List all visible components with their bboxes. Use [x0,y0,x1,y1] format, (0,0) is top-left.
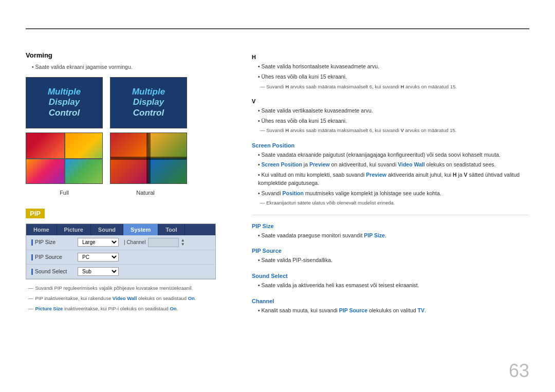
screen-position-title: Screen Position [252,142,529,148]
channel-label: | Channel [124,239,146,245]
channel-area: | Channel ▲ ▼ [124,238,185,247]
menu-tab-home[interactable]: Home [26,224,57,235]
channel-input[interactable] [148,238,179,247]
menu-row-pip-source: PIP Source PC HDMI [26,250,215,265]
pip-size-select[interactable]: Large Medium Small [78,238,119,247]
display-grid: Multiple Display Control Multiple Displa… [26,77,190,184]
label-full: Full [26,190,103,196]
pip-size-bullet: Saate vaadata praeguse monitori suvandit… [258,232,529,240]
divider [252,215,529,215]
sp-note: Ekraanijaoturi sätete ulatus võib olenev… [256,199,529,206]
pip-note-3: —Picture Size inaktiveeritakse, kui PIP-… [28,305,231,312]
stepper-down[interactable]: ▼ [181,242,185,247]
label-natural: Natural [107,190,184,196]
photo-cell-4 [64,158,102,183]
pip-source-select[interactable]: PC HDMI [78,253,119,262]
menu-ui: Home Picture Sound System Tool PIP Size … [26,223,216,279]
right-top: H Saate valida horisontaalsete kuvaseadm… [252,21,529,315]
sp-bullet-1: Saate vaadata ekraanide paigutust (ekraa… [258,151,529,159]
v-note: Suvandi H arvuks saab määrata maksimaals… [256,127,529,134]
pip-notes: —Suvandi PIP reguleerimiseks vajalik põh… [26,285,231,313]
h-bullet-1: Saate valida horisontaalsete kuvaseadmet… [258,63,529,71]
row-bar [31,239,33,246]
menu-tab-system[interactable]: System [123,224,158,235]
pip-source-bullet: Saate valida PIP-sisendallika. [258,256,529,265]
sp-bullet-2: Screen Position ja Preview on aktiveerit… [258,161,529,169]
display-labels: Full Natural [26,188,190,196]
menu-row-pip-size: PIP Size Large Medium Small | Channel ▲ [26,235,215,250]
v-label: V [252,98,529,104]
right-column: H Saate valida horisontaalsete kuvaseadm… [242,21,529,377]
pip-section: PIP Home Picture Sound System Tool PIP S… [26,209,231,313]
channel-stepper[interactable]: ▲ ▼ [181,238,185,247]
top-divider [26,28,529,29]
pip-note-2: —PIP inaktiveeritakse, kui rakenduse Vid… [28,295,231,302]
sound-select-select[interactable]: Sub Main [78,267,119,276]
h-bullet-2: Ühes reas võib olla kuni 15 ekraani. [258,73,529,81]
menu-tab-tool[interactable]: Tool [158,224,184,235]
pip-note-1: —Suvandi PIP reguleerimiseks vajalik põh… [28,285,231,292]
channel-bullet: Kanalit saab muuta, kui suvandi PIP Sour… [258,307,529,315]
v-section: V Saate valida vertikaalsete kuvaseadmet… [252,98,529,134]
h-note: Suvandi H arvuks saab määrata maksimaals… [256,83,529,90]
sound-select-section: Sound Select Saate valida ja aktiveerida… [252,273,529,290]
display-box-2: Multiple Display Control [110,77,187,128]
screen-position-section: Screen Position Saate vaadata ekraanide … [252,142,529,207]
pip-source-label: PIP Source [31,254,78,260]
sp-bullet-3: Kui valitud on mitu komplekti, saab suva… [258,171,529,188]
photo-cell-3 [26,158,64,183]
h-section: H Saate valida horisontaalsete kuvaseadm… [252,54,529,90]
pip-source-title: PIP Source [252,248,529,254]
pip-right: PIP Size Saate vaadata praeguse monitori… [252,223,529,315]
pip-badge: PIP [26,209,45,218]
photo-cell-1 [26,133,64,158]
sound-select-label: Sound Select [31,268,78,275]
page-number: 63 [509,360,529,382]
photo-divider-v [64,133,65,183]
menu-tab-picture[interactable]: Picture [57,224,91,235]
v-bullet-1: Saate valida vertikaalsete kuvaseadmete … [258,107,529,115]
photo-cell-2 [64,133,102,158]
sound-select-bullet: Saate valida ja aktiveerida heli kas esm… [258,282,529,290]
pip-size-title: PIP Size [252,223,529,229]
menu-row-sound-select: Sound Select Sub Main [26,265,215,279]
display-text-2: Multiple Display Control [132,87,165,118]
left-column: Vorming Saate valida ekraani jagamise vo… [26,21,242,377]
pip-size-section: PIP Size Saate vaadata praeguse monitori… [252,223,529,240]
display-text-1: Multiple Display Control [48,87,81,118]
sp-bullet-4: Suvandi Position muutmiseks valige kompl… [258,190,529,198]
h-label: H [252,54,529,60]
channel-section: Channel Kanalit saab muuta, kui suvandi … [252,298,529,315]
sound-select-title: Sound Select [252,273,529,279]
channel-title: Channel [252,298,529,304]
pip-source-section: PIP Source Saate valida PIP-sisendallika… [252,248,529,265]
photo-box-natural [110,133,187,184]
row-bar-3 [31,269,33,275]
vorming-bullet: Saate valida ekraani jagamise vormingu. [32,63,231,71]
vorming-title: Vorming [26,51,231,59]
photo-box-full [26,133,103,184]
row-bar-2 [31,254,33,260]
menu-tab-sound[interactable]: Sound [91,224,123,235]
v-bullet-2: Ühes reas võib olla kuni 15 ekraani. [258,117,529,125]
menu-tabs: Home Picture Sound System Tool [26,224,215,235]
pip-size-label: PIP Size [31,239,78,246]
menu-content: PIP Size Large Medium Small | Channel ▲ [26,235,215,279]
display-box-1: Multiple Display Control [26,77,103,128]
